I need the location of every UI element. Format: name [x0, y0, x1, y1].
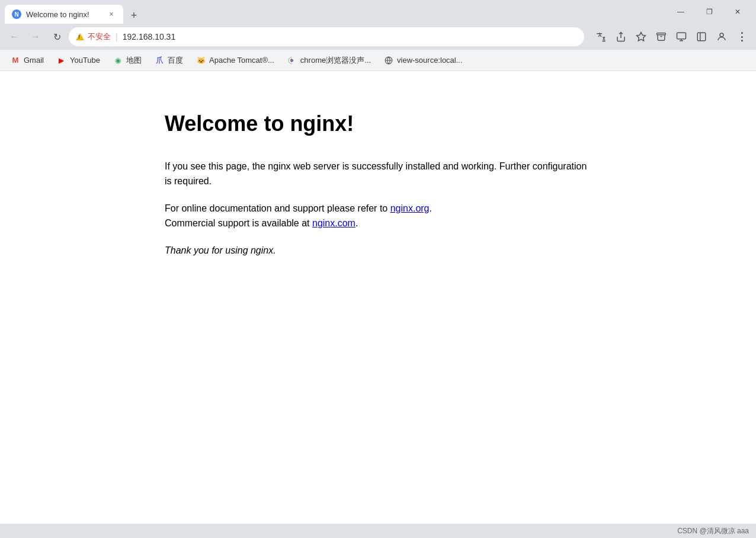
- address-bar-row: ← → ↻ 不安全 | 192.168.10.31: [0, 24, 756, 50]
- address-actions: ⋮: [591, 27, 751, 46]
- extensions-button[interactable]: [652, 27, 671, 46]
- maps-icon: ◉: [113, 56, 123, 65]
- active-tab[interactable]: N Welcome to nginx! ×: [5, 5, 123, 24]
- paragraph-2-suffix: .: [430, 203, 432, 213]
- browser-frame: N Welcome to nginx! × + — ❐ ✕ ← → ↻ 不安全 …: [0, 0, 756, 538]
- translate-button[interactable]: [591, 27, 610, 46]
- url-display: 192.168.10.31: [123, 32, 176, 41]
- back-button[interactable]: ←: [5, 27, 24, 46]
- forward-button[interactable]: →: [26, 27, 45, 46]
- bookmark-youtube[interactable]: ▶ YouTube: [51, 52, 106, 69]
- close-button[interactable]: ✕: [724, 2, 751, 21]
- new-tab-button[interactable]: +: [126, 7, 142, 24]
- nginx-com-link[interactable]: nginx.com: [312, 218, 355, 228]
- svg-marker-0: [637, 33, 646, 41]
- bookmarks-bar: M Gmail ▶ YouTube ◉ 地图 爪 百度 🐱 Apache Tom…: [0, 50, 756, 71]
- bookmark-tomcat-label: Apache Tomcat®...: [209, 56, 274, 65]
- view-source-icon: [384, 56, 393, 65]
- paragraph-2: For online documentation and support ple…: [165, 201, 591, 231]
- watermark-text: CSDN @清风微凉 aaa: [677, 526, 749, 536]
- warning-triangle-icon: [76, 33, 84, 40]
- window-controls: — ❐ ✕: [667, 2, 751, 21]
- bookmark-view-source[interactable]: view-source:local...: [378, 52, 469, 69]
- svg-point-3: [720, 33, 723, 37]
- page-heading: Welcome to nginx!: [165, 107, 591, 141]
- tab-bar: N Welcome to nginx! × +: [5, 0, 662, 24]
- tab-favicon: N: [12, 9, 21, 19]
- bookmark-maps[interactable]: ◉ 地图: [107, 52, 148, 69]
- bookmark-button[interactable]: [632, 27, 651, 46]
- svg-rect-1: [677, 33, 686, 39]
- paragraph-1: If you see this page, the nginx web serv…: [165, 159, 591, 189]
- security-warning: 不安全: [76, 31, 111, 42]
- youtube-icon: ▶: [57, 56, 66, 65]
- paragraph-2-prefix: For online documentation and support ple…: [165, 203, 390, 213]
- paragraph-3-prefix: Commercial support is available at: [165, 218, 312, 228]
- nginx-org-link[interactable]: nginx.org: [390, 203, 430, 213]
- security-label: 不安全: [88, 31, 111, 42]
- bookmark-chrome-browser[interactable]: chrome浏览器没声...: [281, 52, 377, 69]
- status-bar: CSDN @清风微凉 aaa: [0, 524, 756, 538]
- reload-button[interactable]: ↻: [47, 27, 66, 46]
- bookmark-baidu-label: 百度: [168, 55, 183, 66]
- baidu-icon: 爪: [155, 56, 164, 65]
- paragraph-3-suffix: .: [355, 218, 358, 228]
- page-content: Welcome to nginx! If you see this page, …: [0, 71, 756, 524]
- tab-title: Welcome to nginx!: [26, 10, 102, 19]
- bookmark-youtube-label: YouTube: [70, 56, 100, 65]
- sidebar-button[interactable]: [692, 27, 711, 46]
- maximize-button[interactable]: ❐: [696, 2, 723, 21]
- cast-button[interactable]: [672, 27, 691, 46]
- bookmark-gmail[interactable]: M Gmail: [5, 52, 50, 69]
- tab-close-button[interactable]: ×: [107, 9, 116, 19]
- bookmark-maps-label: 地图: [126, 55, 142, 66]
- chrome-browser-icon: [287, 56, 297, 65]
- url-divider: |: [116, 32, 118, 41]
- tomcat-icon: 🐱: [196, 56, 206, 65]
- svg-rect-2: [697, 33, 706, 41]
- minimize-button[interactable]: —: [667, 2, 694, 21]
- bookmark-tomcat[interactable]: 🐱 Apache Tomcat®...: [190, 52, 280, 69]
- thank-you-paragraph: Thank you for using nginx.: [165, 243, 591, 258]
- bookmark-baidu[interactable]: 爪 百度: [149, 52, 189, 69]
- profile-button[interactable]: [712, 27, 731, 46]
- share-button[interactable]: [611, 27, 630, 46]
- address-bar[interactable]: 不安全 | 192.168.10.31: [69, 27, 584, 46]
- title-bar: N Welcome to nginx! × + — ❐ ✕: [0, 0, 756, 24]
- menu-button[interactable]: ⋮: [732, 27, 751, 46]
- nginx-welcome-container: Welcome to nginx! If you see this page, …: [141, 107, 615, 294]
- bookmark-gmail-label: Gmail: [24, 56, 44, 65]
- gmail-icon: M: [11, 56, 20, 65]
- bookmark-chrome-label: chrome浏览器没声...: [300, 55, 371, 66]
- bookmark-view-source-label: view-source:local...: [397, 56, 463, 65]
